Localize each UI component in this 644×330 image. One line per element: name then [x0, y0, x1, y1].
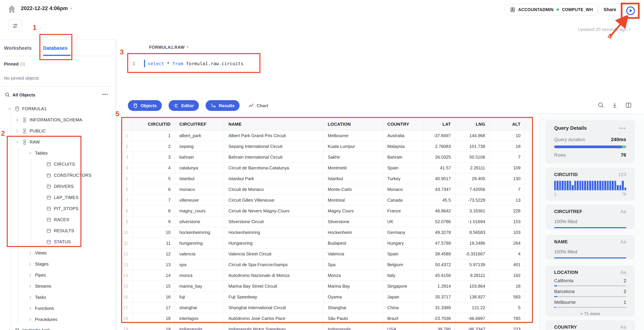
sql-editor[interactable]: 1 select * from formula1.raw.circuits — [128, 60, 244, 67]
table-cell[interactable]: 785 — [490, 313, 525, 324]
table-cell[interactable] — [525, 281, 530, 292]
table-cell[interactable] — [525, 259, 530, 270]
table-cell[interactable]: 1 — [132, 130, 175, 141]
column-header-lat[interactable]: LAT — [424, 118, 455, 130]
tree-item-snowflake[interactable]: SNOWFLAKE — [0, 325, 116, 330]
table-cell[interactable]: Japan — [383, 292, 424, 303]
table-cell[interactable]: monaco — [175, 184, 224, 195]
table-cell[interactable]: Singapore — [383, 281, 424, 292]
table-cell[interactable]: Brazil — [383, 313, 424, 324]
editor-context-tab[interactable]: FORMULA1.RAW▾ — [149, 45, 188, 50]
table-cell[interactable]: 13 — [132, 259, 175, 270]
table-cell[interactable]: 3.16361 — [455, 206, 490, 216]
table-cell[interactable]: -1.01694 — [455, 216, 490, 227]
tree-item-information_schema[interactable]: INFORMATION_SCHEMA — [0, 114, 116, 125]
table-cell[interactable]: 7.42056 — [455, 184, 490, 195]
table-cell[interactable] — [525, 238, 530, 249]
tab-objects[interactable]: Objects — [128, 100, 162, 111]
table-cell[interactable]: 18 — [490, 141, 525, 152]
table-cell[interactable]: Circuit de Spa-Francorchamps — [224, 259, 323, 270]
tree-item-results[interactable]: RESULTS — [0, 225, 116, 236]
table-cell[interactable]: 8.56583 — [455, 227, 490, 238]
table-cell[interactable]: Spa — [323, 259, 383, 270]
table-cell[interactable]: Spain — [383, 249, 424, 259]
updated-status[interactable]: Updated 20 seconds ago▾ — [578, 27, 630, 32]
table-cell[interactable]: Shanghai International Circuit — [224, 303, 323, 313]
tree-item-pipes[interactable]: Pipes — [0, 270, 116, 281]
tree-item-views[interactable]: Views — [0, 247, 116, 258]
column-header-circuitref[interactable]: CIRCUITREF — [175, 118, 224, 130]
table-cell[interactable]: 3 — [132, 152, 175, 163]
table-cell[interactable]: 18 — [132, 313, 175, 324]
table-cell[interactable]: 5 — [132, 173, 175, 184]
table-cell[interactable]: 19 — [132, 324, 175, 330]
table-cell[interactable]: 14 — [132, 270, 175, 281]
table-cell[interactable]: Spain — [383, 163, 424, 173]
card-menu-icon[interactable]: ••• — [619, 125, 626, 131]
tree-item-raw[interactable]: RAW — [0, 137, 116, 148]
table-cell[interactable]: interlagos — [175, 313, 224, 324]
column-header-lng[interactable]: LNG — [455, 118, 490, 130]
table-cell[interactable]: 31.3389 — [424, 303, 455, 313]
table-cell[interactable]: 4 — [132, 163, 175, 173]
table-cell[interactable]: 9.28111 — [455, 270, 490, 281]
table-cell[interactable]: UK — [383, 216, 424, 227]
chevron-right-icon[interactable] — [28, 317, 33, 322]
table-cell[interactable]: magny_cours — [175, 206, 224, 216]
column-header-alt[interactable]: ALT — [490, 118, 525, 130]
table-cell[interactable]: Monaco — [383, 184, 424, 195]
table-cell[interactable]: -46.6997 — [455, 313, 490, 324]
table-cell[interactable]: 18 — [490, 281, 525, 292]
table-cell[interactable] — [525, 130, 530, 141]
table-cell[interactable]: Istanbul Park — [224, 173, 323, 184]
tab-databases[interactable]: Databases — [43, 40, 68, 56]
table-cell[interactable]: 144.968 — [455, 130, 490, 141]
chevron-down-icon[interactable] — [8, 106, 12, 111]
table-cell[interactable] — [525, 227, 530, 238]
column-header-name[interactable]: NAME — [224, 118, 323, 130]
table-cell[interactable]: Silverstone Circuit — [224, 216, 323, 227]
table-cell[interactable]: 5.97139 — [455, 259, 490, 270]
table-cell[interactable]: Germany — [383, 227, 424, 238]
table-cell[interactable]: Bahrain — [383, 152, 424, 163]
table-cell[interactable] — [525, 152, 530, 163]
table-cell[interactable]: Indianapolis — [323, 324, 383, 330]
chevron-right-icon[interactable] — [28, 295, 33, 300]
tree-item-functions[interactable]: Functions — [0, 303, 116, 314]
table-cell[interactable]: 50.4372 — [424, 259, 455, 270]
tree-item-tables[interactable]: Tables — [0, 148, 116, 159]
table-cell[interactable] — [525, 195, 530, 206]
table-cell[interactable]: 103 — [490, 227, 525, 238]
table-cell[interactable] — [525, 184, 530, 195]
table-cell[interactable]: Belgium — [383, 259, 424, 270]
tree-item-races[interactable]: RACES — [0, 214, 116, 225]
tree-item-tasks[interactable]: Tasks — [0, 292, 116, 303]
table-cell[interactable]: shanghai — [175, 303, 224, 313]
table-cell[interactable]: 401 — [490, 259, 525, 270]
table-cell[interactable]: 583 — [490, 292, 525, 303]
table-cell[interactable]: 26.0325 — [424, 152, 455, 163]
tree-item-pit_stops[interactable]: PIT_STOPS — [0, 203, 116, 214]
tree-item-streams[interactable]: Streams — [0, 281, 116, 292]
table-cell[interactable]: Marina Bay — [323, 281, 383, 292]
table-cell[interactable]: 1.2914 — [424, 281, 455, 292]
table-cell[interactable]: 228 — [490, 206, 525, 216]
table-cell[interactable]: 223 — [490, 324, 525, 330]
table-cell[interactable]: 8 — [132, 206, 175, 216]
table-cell[interactable]: 29.405 — [455, 173, 490, 184]
table-cell[interactable]: Bahrain International Circuit — [224, 152, 323, 163]
table-cell[interactable]: 153 — [490, 216, 525, 227]
chevron-right-icon[interactable] — [28, 306, 33, 311]
table-cell[interactable]: China — [383, 303, 424, 313]
table-cell[interactable]: Hungaroring — [224, 238, 323, 249]
tree-item-formula1[interactable]: FORMULA1 — [0, 103, 116, 114]
table-cell[interactable]: Circuit de Barcelona-Catalunya — [224, 163, 323, 173]
table-cell[interactable]: Shanghai — [323, 303, 383, 313]
table-cell[interactable]: 121.22 — [455, 303, 490, 313]
table-cell[interactable]: 103.864 — [455, 281, 490, 292]
table-cell[interactable]: 11 — [132, 238, 175, 249]
run-query-button[interactable] — [623, 4, 638, 17]
table-cell[interactable]: 162 — [490, 270, 525, 281]
table-cell[interactable]: Istanbul — [323, 173, 383, 184]
search-results-icon[interactable] — [598, 102, 604, 109]
